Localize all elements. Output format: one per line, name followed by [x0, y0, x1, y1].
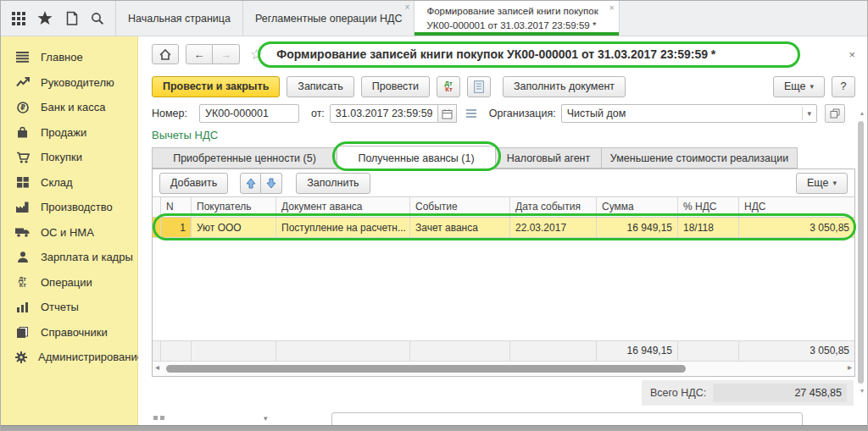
home-button[interactable]	[152, 44, 179, 64]
arrow-down-icon	[266, 178, 276, 189]
organization-combo[interactable]: Чистый дом ▾	[561, 104, 817, 123]
cell-vat-rate[interactable]: 18/118	[678, 218, 739, 238]
column-header[interactable]: Покупатель	[192, 197, 276, 217]
more-button[interactable]: Еще▾	[773, 76, 825, 97]
list-select-button[interactable]	[462, 104, 481, 123]
cell-buyer[interactable]: Уют ООО	[192, 218, 276, 238]
sidebar-item-bank-cash[interactable]: ₽ Банк и касса	[1, 95, 137, 120]
close-icon[interactable]: ×	[609, 3, 615, 14]
scroll-left-icon[interactable]: ◂	[155, 362, 159, 372]
caret-down-icon: ▾	[810, 77, 814, 97]
column-header[interactable]: Документ аванса	[276, 197, 410, 217]
cell-n[interactable]: 1	[161, 218, 192, 238]
totals-spacer	[276, 341, 410, 361]
move-up-button[interactable]	[240, 173, 261, 194]
scroll-right-icon[interactable]: ▸	[848, 362, 852, 372]
tab-vat-operations[interactable]: Регламентные операции НДС ×	[242, 1, 414, 36]
vat-deductions-link[interactable]: Вычеты НДС	[138, 126, 867, 145]
back-button[interactable]: ←	[186, 44, 213, 64]
sidebar-item-fixed-assets[interactable]: ОС и НМА	[1, 220, 137, 246]
show-postings-button[interactable]: ДтКт	[437, 76, 460, 97]
main-menu-icon[interactable]	[9, 9, 28, 28]
tab-acquired-values[interactable]: Приобретенные ценности (5)	[152, 147, 337, 169]
sidebar-item-manager[interactable]: Руководителю	[1, 70, 137, 96]
tab-purchase-book[interactable]: Формирование записей книги покупок УК00-…	[414, 1, 619, 36]
tab-label-line2: УК00-000001 от 31.03.2017 23:59:59 *	[426, 20, 596, 30]
tab-received-advances[interactable]: Полученные авансы (1)	[337, 146, 496, 169]
favorite-star-icon[interactable]: ☆	[250, 46, 263, 64]
person-icon	[15, 251, 30, 262]
scroll-down-icon[interactable]: ▾	[860, 387, 864, 395]
caret-down-icon[interactable]: ▾	[802, 107, 813, 120]
table-more-button[interactable]: Еще▾	[796, 173, 848, 194]
add-row-button[interactable]: Добавить	[159, 173, 228, 194]
vertical-scroll-thumb[interactable]	[858, 121, 864, 384]
sidebar-item-purchases[interactable]: Покупки	[1, 145, 137, 170]
move-row-buttons	[240, 173, 282, 194]
totals-spacer	[153, 341, 161, 361]
fill-table-button[interactable]: Заполнить	[296, 173, 370, 194]
tab-home[interactable]: Начальная страница	[115, 1, 242, 36]
horizontal-scroll-thumb[interactable]	[166, 365, 686, 373]
cell-event-date[interactable]: 22.03.2017	[510, 218, 597, 238]
sidebar-item-operations[interactable]: ДтКт Операции	[1, 270, 137, 296]
column-header[interactable]: Дата события	[510, 197, 597, 217]
sidebar-item-label: Руководителю	[41, 76, 114, 89]
open-organization-button[interactable]	[825, 104, 845, 123]
document-tabs: Приобретенные ценности (5) Полученные ав…	[138, 145, 867, 169]
table-row[interactable]: 1 Уют ООО Поступление на расчетн... Заче…	[153, 218, 854, 238]
horizontal-scrollbar[interactable]: ◂ ▸	[153, 361, 854, 376]
tab-label: Начальная страница	[128, 13, 231, 25]
sidebar-item-production[interactable]: Производство	[1, 195, 137, 220]
toolbar-right-group: Еще▾ ?	[773, 76, 855, 97]
save-button[interactable]: Записать	[287, 76, 353, 97]
sidebar-item-warehouse[interactable]: Склад	[1, 170, 137, 196]
sidebar-item-directories[interactable]: Справочники	[1, 320, 137, 345]
forward-button[interactable]: →	[213, 44, 240, 64]
sidebar-item-label: Зарплата и кадры	[41, 251, 133, 263]
fill-document-button[interactable]: Заполнить документ	[503, 76, 626, 97]
column-header[interactable]: Событие	[410, 197, 510, 217]
tab-tax-agent[interactable]: Налоговый агент	[496, 147, 601, 169]
truck-icon	[15, 227, 30, 237]
close-icon[interactable]: ×	[405, 3, 410, 12]
totals-spacer	[410, 341, 510, 361]
sidebar-item-sales[interactable]: Продажи	[1, 120, 137, 146]
search-icon[interactable]	[88, 9, 107, 28]
row-marker-header	[153, 197, 161, 217]
close-document-button[interactable]: ×	[843, 48, 860, 61]
tab-cost-reduction[interactable]: Уменьшение стоимости реализации	[601, 147, 798, 169]
number-label: Номер:	[152, 108, 187, 119]
post-and-close-button[interactable]: Провести и закрыть	[152, 76, 280, 97]
cell-advance-doc[interactable]: Поступление на расчетн...	[276, 218, 410, 238]
favorites-star-icon[interactable]	[36, 9, 54, 28]
table-empty-area	[153, 238, 854, 340]
books-icon	[15, 327, 30, 338]
help-button[interactable]: ?	[832, 76, 855, 97]
cell-sum[interactable]: 16 949,15	[597, 218, 678, 238]
number-field[interactable]	[199, 104, 299, 123]
move-down-button[interactable]	[261, 173, 282, 194]
history-icon[interactable]	[62, 9, 81, 28]
caret-down-icon: ▾	[832, 174, 837, 193]
cell-vat[interactable]: 3 050,85	[739, 218, 854, 238]
calendar-button[interactable]	[438, 104, 457, 123]
scroll-up-icon[interactable]: ▴	[860, 109, 864, 117]
post-button[interactable]: Провести	[361, 76, 430, 97]
sidebar-item-main[interactable]: Главное	[1, 45, 137, 70]
column-header[interactable]: НДС	[739, 197, 854, 217]
date-field[interactable]	[330, 104, 438, 123]
dtkt-icon: ДтКт	[15, 276, 30, 288]
sidebar-item-administration[interactable]: Администрирование	[1, 345, 137, 370]
column-header[interactable]: % НДС	[678, 197, 739, 217]
document-toolbar: Провести и закрыть Записать Провести ДтК…	[138, 72, 867, 101]
column-header[interactable]: Сумма	[597, 197, 678, 217]
calendar-icon	[442, 108, 453, 119]
sidebar-item-reports[interactable]: Отчеты	[1, 295, 137, 320]
menu-lines-icon	[15, 52, 30, 63]
cell-event[interactable]: Зачет аванса	[410, 218, 510, 238]
open-link-icon	[830, 108, 840, 119]
sidebar-item-payroll[interactable]: Зарплата и кадры	[1, 245, 137, 270]
document-structure-button[interactable]	[467, 76, 491, 97]
column-header[interactable]: N	[161, 197, 192, 217]
